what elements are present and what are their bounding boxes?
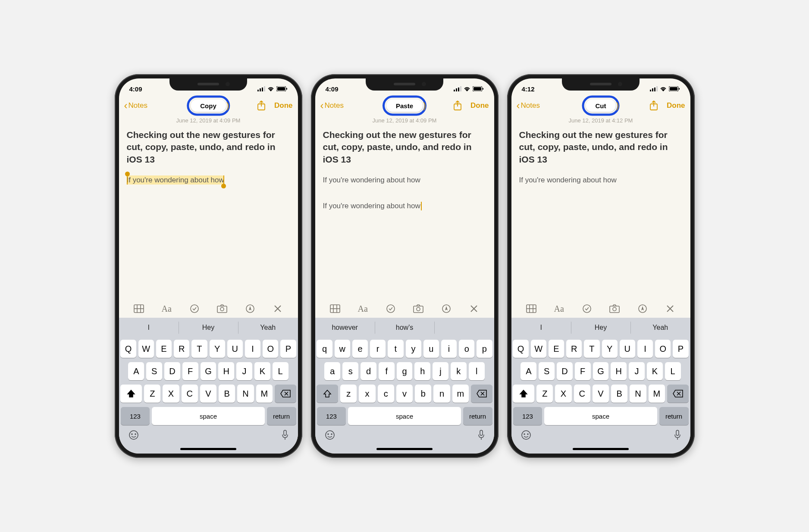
keyboard-key[interactable]: i	[441, 340, 457, 358]
emoji-key[interactable]	[325, 430, 335, 442]
camera-icon[interactable]	[413, 304, 424, 313]
numeric-key[interactable]: 123	[121, 407, 150, 425]
keyboard-key[interactable]: V	[593, 385, 609, 403]
dictation-key[interactable]	[674, 430, 681, 442]
keyboard-suggestion[interactable]: Hey	[179, 318, 238, 338]
keyboard-key[interactable]: E	[156, 340, 172, 358]
keyboard-key[interactable]: h	[414, 362, 430, 380]
keyboard-key[interactable]: S	[146, 362, 162, 380]
dictation-key[interactable]	[478, 430, 485, 442]
home-indicator[interactable]	[376, 448, 433, 450]
table-icon[interactable]	[526, 304, 537, 313]
keyboard-key[interactable]: R	[566, 340, 582, 358]
emoji-key[interactable]	[521, 430, 531, 442]
dictation-key[interactable]	[282, 430, 288, 442]
keyboard-key[interactable]: K	[647, 362, 663, 380]
keyboard-key[interactable]: x	[359, 385, 375, 403]
note-content[interactable]: June 12, 2019 at 4:09 PM Checking out th…	[315, 116, 494, 300]
keyboard-key[interactable]: H	[218, 362, 234, 380]
keyboard-key[interactable]: M	[256, 385, 273, 403]
keyboard-suggestion[interactable]: Yeah	[630, 318, 690, 338]
numeric-key[interactable]: 123	[317, 407, 346, 425]
close-icon[interactable]	[272, 304, 283, 313]
keyboard-key[interactable]: D	[557, 362, 573, 380]
markup-icon[interactable]	[245, 304, 256, 313]
keyboard-key[interactable]: F	[182, 362, 198, 380]
keyboard-key[interactable]: w	[335, 340, 350, 358]
keyboard-key[interactable]: W	[138, 340, 154, 358]
table-icon[interactable]	[329, 304, 341, 313]
keyboard-key[interactable]: u	[423, 340, 439, 358]
keyboard-key[interactable]: Z	[144, 385, 160, 403]
keyboard-suggestion[interactable]: how's	[375, 318, 434, 338]
keyboard-key[interactable]: T	[191, 340, 207, 358]
text-format-icon[interactable]: Aa	[357, 304, 368, 313]
keyboard-key[interactable]: e	[352, 340, 368, 358]
table-icon[interactable]	[133, 304, 144, 313]
backspace-key[interactable]	[471, 385, 492, 403]
done-button[interactable]: Done	[470, 101, 489, 110]
keyboard-key[interactable]: X	[555, 385, 571, 403]
keyboard-key[interactable]: U	[227, 340, 243, 358]
markup-icon[interactable]	[637, 304, 648, 313]
keyboard-key[interactable]: o	[459, 340, 474, 358]
keyboard-key[interactable]: p	[477, 340, 492, 358]
space-key[interactable]: space	[544, 407, 657, 425]
note-content[interactable]: June 12, 2019 at 4:12 PM Checking out th…	[511, 116, 690, 300]
back-button[interactable]: ‹ Notes	[517, 100, 540, 111]
space-key[interactable]: space	[348, 407, 461, 425]
keyboard-key[interactable]: k	[451, 362, 467, 380]
keyboard-key[interactable]: B	[219, 385, 235, 403]
keyboard-key[interactable]: b	[415, 385, 431, 403]
done-button[interactable]: Done	[667, 101, 685, 110]
markup-icon[interactable]	[441, 304, 452, 313]
keyboard-key[interactable]: W	[531, 340, 546, 358]
keyboard-key[interactable]: q	[317, 340, 332, 358]
back-button[interactable]: ‹ Notes	[320, 100, 344, 111]
share-button[interactable]	[255, 100, 267, 112]
done-button[interactable]: Done	[274, 101, 293, 110]
keyboard-key[interactable]: V	[200, 385, 216, 403]
keyboard-key[interactable]: t	[388, 340, 403, 358]
keyboard-key[interactable]: L	[665, 362, 681, 380]
keyboard-key[interactable]: C	[182, 385, 198, 403]
keyboard-key[interactable]: A	[521, 362, 536, 380]
keyboard-key[interactable]: N	[237, 385, 254, 403]
return-key[interactable]: return	[463, 407, 492, 425]
keyboard-key[interactable]: Q	[513, 340, 528, 358]
keyboard-key[interactable]: L	[273, 362, 288, 380]
keyboard-key[interactable]: O	[263, 340, 278, 358]
camera-icon[interactable]	[609, 304, 620, 313]
keyboard-key[interactable]: C	[574, 385, 590, 403]
keyboard-key[interactable]: S	[539, 362, 555, 380]
keyboard-key[interactable]: F	[575, 362, 591, 380]
note-heading[interactable]: Checking out the new gestures for cut, c…	[127, 129, 290, 166]
keyboard-suggestion[interactable]: Hey	[571, 318, 630, 338]
keyboard-key[interactable]: v	[396, 385, 413, 403]
keyboard-key[interactable]: J	[236, 362, 252, 380]
emoji-key[interactable]	[129, 430, 139, 442]
keyboard-key[interactable]: Y	[210, 340, 225, 358]
note-body-line[interactable]: If you're wondering about how	[323, 201, 486, 211]
share-button[interactable]	[648, 100, 660, 112]
keyboard-key[interactable]: N	[630, 385, 646, 403]
checklist-icon[interactable]	[581, 304, 593, 313]
note-body-line[interactable]: If you're wondering about how	[323, 175, 486, 185]
keyboard-key[interactable]: s	[342, 362, 358, 380]
keyboard-key[interactable]: R	[174, 340, 189, 358]
keyboard-key[interactable]: O	[655, 340, 671, 358]
keyboard-key[interactable]: H	[611, 362, 627, 380]
keyboard-key[interactable]: g	[397, 362, 413, 380]
camera-icon[interactable]	[216, 304, 228, 313]
keyboard-suggestion[interactable]: Yeah	[238, 318, 298, 338]
keyboard-key[interactable]: j	[433, 362, 448, 380]
shift-key[interactable]	[513, 385, 534, 403]
keyboard-key[interactable]: G	[593, 362, 609, 380]
keyboard-key[interactable]: M	[649, 385, 665, 403]
keyboard-key[interactable]: y	[406, 340, 421, 358]
keyboard-key[interactable]: Q	[120, 340, 136, 358]
keyboard-key[interactable]: X	[163, 385, 179, 403]
keyboard-key[interactable]: U	[620, 340, 635, 358]
keyboard-key[interactable]: J	[629, 362, 645, 380]
keyboard-key[interactable]: r	[370, 340, 386, 358]
